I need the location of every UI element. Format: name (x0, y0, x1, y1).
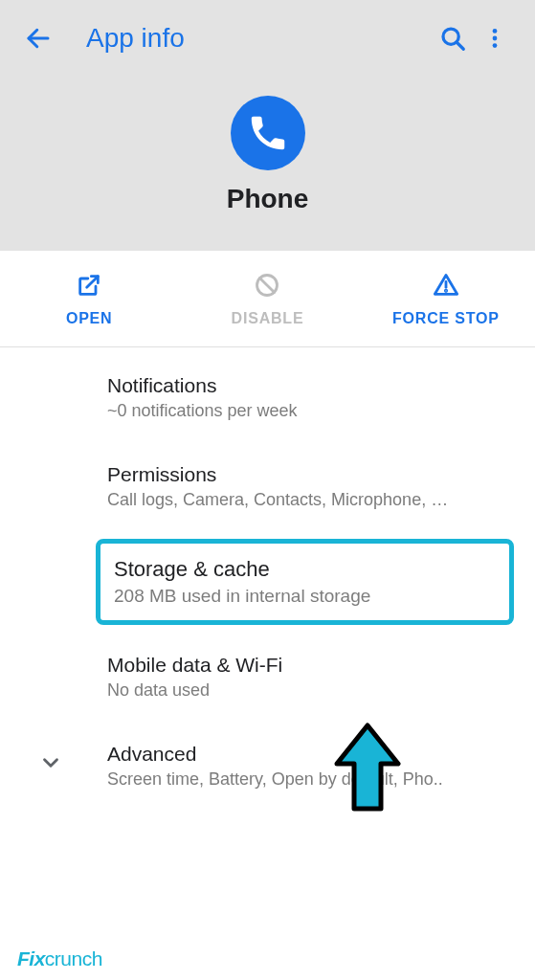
force-stop-button[interactable]: FORCE STOP (357, 251, 535, 346)
svg-point-3 (493, 29, 498, 33)
disable-icon (254, 272, 280, 302)
watermark-fix: Fix (17, 947, 45, 969)
permissions-sub: Call logs, Camera, Contacts, Microphone,… (107, 490, 514, 510)
disable-label: DISABLE (232, 310, 304, 327)
storage-sub: 208 MB used in internal storage (114, 586, 496, 607)
svg-point-10 (445, 290, 446, 291)
advanced-sub: Screen time, Battery, Open by default, P… (107, 769, 514, 790)
permissions-title: Permissions (107, 463, 514, 486)
list-item-advanced[interactable]: Advanced Screen time, Battery, Open by d… (0, 722, 535, 799)
list-item-permissions[interactable]: Permissions Call logs, Camera, Contacts,… (0, 442, 535, 531)
list-item-notifications[interactable]: Notifications ~0 notifications per week (0, 353, 535, 442)
overflow-menu-icon[interactable] (474, 17, 516, 59)
app-summary: Phone (0, 69, 535, 232)
app-icon (231, 96, 305, 170)
svg-point-4 (493, 36, 498, 41)
force-stop-label: FORCE STOP (392, 310, 500, 327)
page-title: App info (86, 23, 432, 54)
list-item-mobile-data[interactable]: Mobile data & Wi-Fi No data used (0, 633, 535, 722)
svg-point-5 (493, 43, 498, 48)
force-stop-icon (433, 272, 459, 302)
back-arrow-icon[interactable] (19, 19, 57, 57)
action-row: OPEN DISABLE FORCE STOP (0, 251, 535, 347)
search-icon[interactable] (432, 17, 474, 59)
notifications-title: Notifications (107, 374, 514, 397)
disable-button: DISABLE (178, 251, 356, 346)
svg-line-8 (260, 278, 275, 292)
settings-list: Notifications ~0 notifications per week … (0, 347, 535, 805)
svg-line-2 (457, 42, 463, 49)
header-area: App info Phone (0, 0, 535, 251)
storage-title: Storage & cache (114, 557, 496, 582)
notifications-sub: ~0 notifications per week (107, 401, 514, 421)
watermark-crunch: crunch (45, 947, 102, 969)
chevron-down-icon (38, 750, 63, 779)
list-item-storage[interactable]: Storage & cache 208 MB used in internal … (96, 539, 514, 625)
watermark: Fixcrunch (17, 947, 102, 970)
advanced-title: Advanced (107, 743, 514, 766)
mobile-data-title: Mobile data & Wi-Fi (107, 654, 514, 677)
open-button[interactable]: OPEN (0, 251, 178, 346)
app-name: Phone (227, 184, 309, 214)
open-label: OPEN (66, 310, 113, 327)
mobile-data-sub: No data used (107, 680, 514, 701)
open-icon (76, 272, 102, 302)
top-bar: App info (0, 0, 535, 69)
